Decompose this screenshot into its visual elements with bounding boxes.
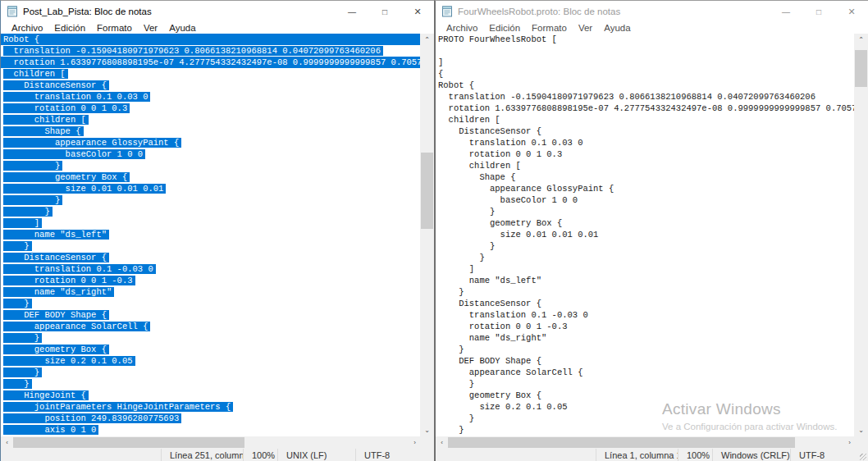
code-line: geometry Box { bbox=[3, 344, 421, 355]
scroll-left-icon[interactable]: ‹ bbox=[436, 436, 448, 449]
code-line: baseColor 1 0 0 bbox=[438, 194, 856, 206]
horizontal-scroll-thumb[interactable] bbox=[448, 437, 795, 448]
titlebar-right[interactable]: FourWheelsRobot.proto: Bloc de notas — □… bbox=[436, 1, 868, 22]
notepad-window-right: FourWheelsRobot.proto: Bloc de notas — □… bbox=[434, 0, 868, 461]
menu-ver[interactable]: Ver bbox=[573, 23, 598, 33]
code-line: DistanceSensor { bbox=[3, 252, 421, 263]
code-line: rotation 0 0 1 0.3 bbox=[438, 148, 856, 160]
close-button[interactable]: ✕ bbox=[401, 1, 434, 22]
text-editor-right[interactable]: PROTO FourWheelsRobot []{Robot { transla… bbox=[436, 34, 868, 436]
minimize-button[interactable]: — bbox=[336, 1, 368, 22]
menu-archivo[interactable]: Archivo bbox=[6, 23, 48, 33]
statusbar-right: Línea 1, columna 1 100% Windows (CRLF) U… bbox=[436, 449, 868, 461]
code-line: name "ds_left" bbox=[438, 275, 856, 286]
vertical-scrollbar-right[interactable]: ⌃ ⌄ bbox=[854, 34, 868, 436]
horizontal-scroll-thumb[interactable] bbox=[13, 437, 244, 448]
scroll-up-icon[interactable]: ⌃ bbox=[854, 34, 868, 46]
code-line: rotation 0 0 1 -0.3 bbox=[3, 275, 421, 286]
code-line: } bbox=[438, 286, 856, 298]
code-line: } bbox=[3, 194, 421, 206]
statusbar-spacer bbox=[436, 449, 596, 461]
menu-edicion[interactable]: Edición bbox=[483, 23, 526, 33]
code-line: } bbox=[438, 240, 856, 252]
code-line: DistanceSensor { bbox=[438, 298, 856, 309]
notepad-icon bbox=[7, 6, 18, 17]
menubar-left: Archivo Edición Formato Ver Ayuda bbox=[1, 22, 434, 34]
menu-ver[interactable]: Ver bbox=[138, 23, 163, 33]
code-line: ] bbox=[438, 57, 856, 68]
scroll-right-icon[interactable]: › bbox=[409, 436, 421, 449]
code-line: position 249.8396280775693 bbox=[3, 413, 421, 424]
code-line: children [ bbox=[3, 114, 421, 126]
menu-archivo[interactable]: Archivo bbox=[441, 23, 483, 33]
text-content-left[interactable]: Robot { translation -0.15904180971979623… bbox=[1, 34, 421, 436]
code-line: DistanceSensor { bbox=[438, 126, 856, 137]
code-line: DEF BODY Shape { bbox=[438, 355, 856, 367]
horizontal-scrollbar-left[interactable]: ‹ › bbox=[1, 436, 421, 449]
menu-formato[interactable]: Formato bbox=[526, 23, 573, 33]
horizontal-scrollbar-right[interactable]: ‹ › bbox=[436, 436, 856, 449]
code-line: rotation 0 0 1 0.3 bbox=[3, 103, 421, 114]
code-line: size 0.2 0.1 0.05 bbox=[438, 401, 856, 413]
code-line: DistanceSensor { bbox=[3, 80, 421, 91]
zoom-level: 100% bbox=[243, 449, 277, 461]
code-line: translation 0.1 0.03 0 bbox=[3, 91, 421, 103]
code-line: children [ bbox=[438, 114, 856, 126]
cursor-position: Línea 251, columna 1 bbox=[161, 449, 243, 461]
code-line: name "ds_right" bbox=[438, 332, 856, 344]
code-line: } bbox=[438, 344, 856, 355]
code-line: rotation 0 0 1 -0.3 bbox=[438, 321, 856, 332]
scroll-down-icon[interactable]: ⌄ bbox=[854, 424, 868, 436]
notepad-icon bbox=[441, 6, 453, 17]
code-line: } bbox=[438, 378, 856, 390]
menu-ayuda[interactable]: Ayuda bbox=[598, 23, 636, 33]
resize-grip[interactable] bbox=[860, 454, 866, 460]
vertical-scroll-thumb[interactable] bbox=[855, 50, 867, 87]
code-line: rotation 1.6339776808898195e-07 4.277754… bbox=[1, 57, 421, 68]
code-line: translation 0.1 0.03 0 bbox=[438, 137, 856, 148]
scroll-left-icon[interactable]: ‹ bbox=[1, 436, 13, 449]
vertical-scrollbar-left[interactable]: ⌃ ⌄ bbox=[420, 34, 434, 436]
code-line: ] bbox=[438, 263, 856, 275]
code-line: translation 0.1 -0.03 0 bbox=[438, 309, 856, 321]
code-line: } bbox=[3, 160, 421, 171]
titlebar-left[interactable]: Post_Lab_Pista: Bloc de notas — □ ✕ bbox=[1, 1, 434, 22]
scroll-up-icon[interactable]: ⌃ bbox=[420, 34, 434, 46]
code-line: appearance GlossyPaint { bbox=[3, 137, 421, 148]
code-line: size 0.2 0.1 0.05 bbox=[3, 355, 421, 367]
code-line: appearance SolarCell { bbox=[438, 367, 856, 378]
encoding: UTF-8 bbox=[790, 449, 868, 461]
line-ending: UNIX (LF) bbox=[277, 449, 355, 461]
code-line: jointParameters HingeJointParameters { bbox=[3, 401, 421, 413]
code-line: } bbox=[3, 332, 421, 344]
close-button[interactable]: ✕ bbox=[835, 1, 868, 22]
menubar-right: Archivo Edición Formato Ver Ayuda bbox=[436, 22, 868, 34]
code-line: baseColor 1 0 0 bbox=[3, 148, 421, 160]
code-line: children [ bbox=[438, 160, 856, 171]
code-line: name "ds_right" bbox=[3, 286, 421, 298]
text-editor-left[interactable]: Robot { translation -0.15904180971979623… bbox=[1, 34, 434, 436]
scrollbar-corner bbox=[854, 436, 868, 449]
menu-edicion[interactable]: Edición bbox=[48, 23, 91, 33]
code-line: DEF BODY Shape { bbox=[3, 309, 421, 321]
code-line bbox=[438, 45, 856, 57]
code-line: Robot { bbox=[438, 80, 856, 91]
code-line: geometry Box { bbox=[438, 217, 856, 229]
line-ending: Windows (CRLF) bbox=[712, 449, 790, 461]
code-line: Shape { bbox=[3, 126, 421, 137]
code-line: { bbox=[438, 68, 856, 80]
maximize-button[interactable]: □ bbox=[802, 1, 835, 22]
maximize-button[interactable]: □ bbox=[368, 1, 401, 22]
code-line: translation -0.15904180971979623 0.80661… bbox=[438, 91, 856, 103]
code-line: appearance GlossyPaint { bbox=[438, 183, 856, 194]
window-title: Post_Lab_Pista: Bloc de notas bbox=[23, 7, 336, 16]
desktop: Post_Lab_Pista: Bloc de notas — □ ✕ Arch… bbox=[0, 0, 868, 461]
menu-formato[interactable]: Formato bbox=[91, 23, 138, 33]
menu-ayuda[interactable]: Ayuda bbox=[163, 23, 201, 33]
scroll-down-icon[interactable]: ⌄ bbox=[420, 424, 434, 436]
scrollbar-corner bbox=[420, 436, 434, 449]
code-line: size 0.01 0.01 0.01 bbox=[438, 229, 856, 240]
vertical-scroll-thumb[interactable] bbox=[421, 153, 433, 229]
text-content-right[interactable]: PROTO FourWheelsRobot []{Robot { transla… bbox=[436, 34, 856, 436]
minimize-button[interactable]: — bbox=[770, 1, 802, 22]
